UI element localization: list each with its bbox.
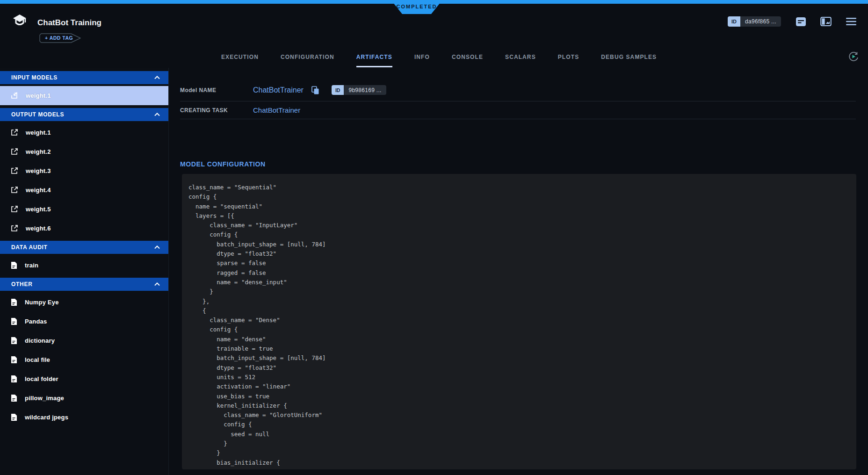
file-icon bbox=[10, 261, 17, 269]
tab-execution[interactable]: EXECUTION bbox=[221, 47, 259, 67]
sidebar-item-label: dictionary bbox=[25, 337, 55, 344]
creating-task-label: CREATING TASK bbox=[180, 107, 253, 114]
sidebar-section-input-models[interactable]: INPUT MODELS bbox=[0, 71, 168, 84]
id-chip: ID bbox=[332, 85, 344, 95]
tab-configuration[interactable]: CONFIGURATION bbox=[281, 47, 334, 67]
export-icon bbox=[10, 148, 18, 156]
sidebar-item-label: Numpy Eye bbox=[25, 299, 59, 306]
file-icon bbox=[10, 394, 17, 402]
app-window: COMPLETED ChatBot Training + ADD TAG ID … bbox=[0, 0, 868, 475]
artifacts-sidebar: INPUT MODELS weight.1 OUTPUT MODELS weig… bbox=[0, 68, 169, 475]
creating-task-link[interactable]: ChatBotTrainer bbox=[253, 106, 300, 114]
file-icon bbox=[10, 317, 17, 325]
sidebar-item-label: local folder bbox=[25, 375, 58, 382]
experiment-id-badge[interactable]: ID da96f865 ... bbox=[728, 16, 781, 27]
tab-debug-samples[interactable]: DEBUG SAMPLES bbox=[601, 47, 657, 67]
notes-icon[interactable] bbox=[795, 16, 806, 27]
split-view-icon[interactable] bbox=[820, 16, 832, 27]
model-name-label: Model NAME bbox=[180, 87, 253, 94]
chevron-up-icon bbox=[154, 113, 160, 116]
chevron-up-icon bbox=[154, 76, 160, 79]
sidebar-item-label: weight.4 bbox=[26, 187, 51, 194]
sidebar-item-output-weight6[interactable]: weight.6 bbox=[0, 219, 168, 238]
app-logo-icon bbox=[12, 13, 27, 31]
tab-scalars[interactable]: SCALARS bbox=[505, 47, 536, 67]
tab-info[interactable]: INFO bbox=[414, 47, 430, 67]
section-title: DATA AUDIT bbox=[11, 244, 48, 251]
copy-icon[interactable] bbox=[311, 86, 319, 94]
sidebar-item-label: train bbox=[25, 262, 38, 269]
sidebar-section-other[interactable]: OTHER bbox=[0, 278, 168, 291]
sidebar-item-dictionary[interactable]: dictionary bbox=[0, 331, 168, 350]
sidebar-item-local-file[interactable]: local file bbox=[0, 350, 168, 369]
experiment-title: ChatBot Training bbox=[37, 18, 101, 28]
sidebar-item-label: pillow_image bbox=[25, 395, 64, 402]
chevron-up-icon bbox=[154, 245, 160, 249]
sidebar-item-local-folder[interactable]: local folder bbox=[0, 369, 168, 389]
model-configuration-code[interactable]: class_name = "Sequential" config { name … bbox=[182, 174, 856, 469]
sidebar-item-output-weight1[interactable]: weight.1 bbox=[0, 123, 168, 142]
add-tag-button[interactable]: + ADD TAG bbox=[39, 33, 81, 43]
sidebar-section-output-models[interactable]: OUTPUT MODELS bbox=[0, 108, 168, 121]
section-title: OTHER bbox=[11, 281, 33, 288]
sidebar-item-output-weight5[interactable]: weight.5 bbox=[0, 200, 168, 219]
export-icon bbox=[10, 186, 18, 194]
sidebar-item-pillow-image[interactable]: pillow_image bbox=[0, 389, 168, 408]
add-tag-label: + ADD TAG bbox=[45, 35, 73, 41]
menu-icon[interactable] bbox=[846, 16, 857, 27]
tab-artifacts[interactable]: ARTIFACTS bbox=[356, 47, 392, 67]
sidebar-item-pandas[interactable]: Pandas bbox=[0, 312, 168, 331]
detail-rows: Model NAME ChatBotTrainer ID 9b986169 ..… bbox=[180, 79, 856, 119]
header-actions: ID da96f865 ... bbox=[728, 16, 857, 27]
artifact-detail-panel: Model NAME ChatBotTrainer ID 9b986169 ..… bbox=[169, 68, 868, 475]
experiment-id-value: da96f865 ... bbox=[740, 16, 781, 27]
section-title: OUTPUT MODELS bbox=[11, 111, 64, 118]
import-icon bbox=[10, 92, 18, 100]
chevron-up-icon bbox=[154, 282, 160, 286]
sidebar-item-input-weight1[interactable]: weight.1 bbox=[0, 86, 168, 105]
sidebar-item-output-weight2[interactable]: weight.2 bbox=[0, 142, 168, 161]
sidebar-item-label: Pandas bbox=[25, 318, 47, 325]
id-chip: ID bbox=[728, 16, 740, 27]
file-icon bbox=[10, 356, 17, 364]
sidebar-item-output-weight4[interactable]: weight.4 bbox=[0, 180, 168, 200]
sidebar-item-numpy-eye[interactable]: Numpy Eye bbox=[0, 293, 168, 312]
model-configuration-title: MODEL CONFIGURATION bbox=[180, 160, 868, 168]
sidebar-item-train[interactable]: train bbox=[0, 256, 168, 275]
tab-bar: EXECUTION CONFIGURATION ARTIFACTS INFO C… bbox=[169, 47, 868, 67]
sidebar-item-label: weight.6 bbox=[26, 225, 51, 232]
export-icon bbox=[10, 129, 18, 137]
sidebar-item-label: wildcard jpegs bbox=[25, 414, 68, 421]
section-title: INPUT MODELS bbox=[11, 74, 58, 81]
file-icon bbox=[10, 413, 17, 421]
file-icon bbox=[10, 337, 17, 345]
file-icon bbox=[10, 298, 17, 306]
export-icon bbox=[10, 167, 18, 175]
sidebar-item-label: weight.1 bbox=[26, 129, 51, 136]
auto-refresh-icon[interactable] bbox=[846, 50, 861, 64]
sidebar-item-output-weight3[interactable]: weight.3 bbox=[0, 161, 168, 180]
tab-plots[interactable]: PLOTS bbox=[558, 47, 579, 67]
sidebar-item-label: weight.3 bbox=[26, 167, 51, 174]
sidebar-item-label: weight.2 bbox=[26, 148, 51, 155]
model-id-value: 9b986169 ... bbox=[344, 85, 386, 95]
tab-console[interactable]: CONSOLE bbox=[452, 47, 483, 67]
sidebar-section-data-audit[interactable]: DATA AUDIT bbox=[0, 241, 168, 254]
file-icon bbox=[10, 375, 17, 383]
model-name-link[interactable]: ChatBotTrainer bbox=[253, 86, 304, 94]
export-icon bbox=[10, 224, 18, 232]
sidebar-item-label: local file bbox=[25, 356, 50, 363]
code-text: class_name = "Sequential" config { name … bbox=[188, 183, 847, 468]
creating-task-row: CREATING TASK ChatBotTrainer bbox=[180, 101, 856, 119]
export-icon bbox=[10, 205, 18, 213]
sidebar-item-label: weight.1 bbox=[26, 92, 51, 99]
model-name-row: Model NAME ChatBotTrainer ID 9b986169 ..… bbox=[180, 79, 856, 101]
model-id-badge[interactable]: ID 9b986169 ... bbox=[332, 85, 386, 95]
sidebar-item-wildcard-jpegs[interactable]: wildcard jpegs bbox=[0, 408, 168, 427]
sidebar-item-label: weight.5 bbox=[26, 206, 51, 213]
